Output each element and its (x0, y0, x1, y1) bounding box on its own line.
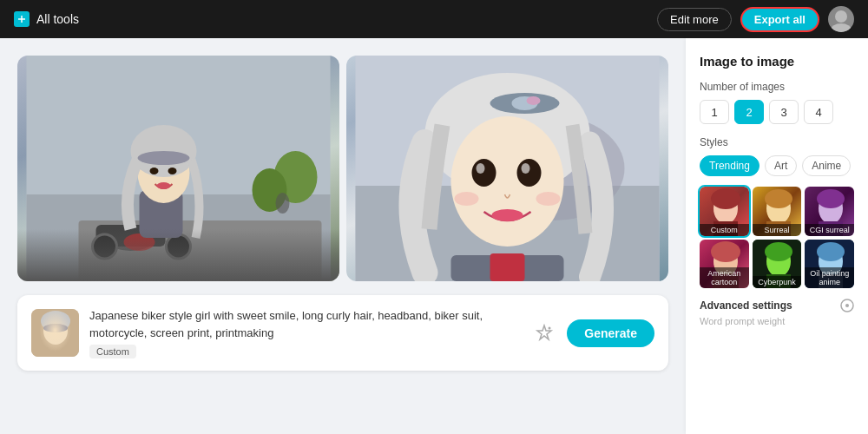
svg-point-64 (817, 242, 845, 261)
svg-point-35 (492, 209, 523, 221)
right-panel: Image to image Number of images 1 2 3 4 … (686, 38, 868, 434)
style-tab-art[interactable]: Art (765, 155, 797, 176)
num-btn-1[interactable]: 1 (700, 100, 729, 124)
styles-label: Styles (700, 136, 854, 148)
style-thumb-custom[interactable]: Custom (700, 187, 749, 236)
header-left: All tools (14, 11, 79, 27)
svg-point-32 (517, 159, 542, 187)
style-label-surreal: Surreal (753, 224, 802, 236)
style-thumb-oil[interactable]: Oil painting anime (805, 240, 854, 289)
prompt-thumbnail (31, 309, 79, 357)
style-label-cartoon: American cartoon (700, 267, 749, 288)
svg-rect-40 (31, 309, 79, 357)
svg-point-33 (477, 163, 485, 174)
svg-point-29 (527, 96, 541, 105)
images-grid (17, 56, 668, 281)
svg-point-37 (536, 192, 561, 206)
svg-point-34 (522, 163, 530, 174)
svg-point-31 (472, 159, 496, 187)
svg-point-50 (765, 189, 792, 208)
svg-point-36 (455, 192, 479, 206)
styles-tabs: Trending Art Anime (700, 155, 854, 176)
prompt-actions: Generate (530, 319, 654, 347)
svg-point-47 (711, 188, 740, 209)
svg-point-30 (451, 116, 564, 247)
svg-point-45 (549, 326, 551, 329)
svg-point-9 (105, 225, 157, 251)
style-grid: Custom Surreal (700, 187, 854, 288)
main-layout: Japanese biker style girl with sweet smi… (0, 38, 868, 434)
edit-more-button[interactable]: Edit more (657, 8, 732, 31)
logo-label: All tools (36, 12, 79, 26)
style-thumb-surreal[interactable]: Surreal (753, 187, 802, 236)
style-label-oil: Oil painting anime (805, 267, 854, 288)
header-right: Edit more Export all (657, 6, 854, 32)
avatar[interactable] (828, 6, 854, 32)
generate-button[interactable]: Generate (567, 319, 654, 347)
num-btn-4[interactable]: 4 (804, 100, 833, 124)
num-btn-3[interactable]: 3 (769, 100, 799, 124)
advanced-settings: Advanced settings Word prompt weight (700, 299, 854, 326)
svg-rect-39 (490, 253, 525, 281)
svg-point-53 (817, 189, 845, 208)
left-panel: Japanese biker style girl with sweet smi… (0, 38, 686, 434)
style-tab-trending[interactable]: Trending (700, 155, 760, 176)
svg-point-42 (41, 311, 70, 332)
svg-point-67 (845, 304, 849, 307)
style-thumb-cyberpunk[interactable]: Cyberpunk (753, 240, 802, 289)
num-btn-2[interactable]: 2 (734, 100, 764, 124)
advanced-sub: Word prompt weight (700, 316, 854, 326)
style-label-cgi: CGI surreal (805, 224, 854, 236)
magic-button[interactable] (530, 319, 558, 347)
style-label-custom: Custom (700, 224, 749, 236)
generated-image-1[interactable] (17, 56, 339, 281)
svg-point-60 (765, 242, 792, 261)
header: All tools Edit more Export all (0, 0, 868, 38)
svg-point-56 (711, 241, 740, 262)
svg-rect-6 (79, 220, 322, 281)
svg-point-12 (167, 234, 191, 259)
svg-point-3 (831, 23, 852, 32)
export-all-button[interactable]: Export all (740, 7, 819, 32)
prompt-text-area: Japanese biker style girl with sweet smi… (89, 307, 520, 358)
style-label-cyberpunk: Cyberpunk (753, 276, 802, 288)
svg-point-20 (157, 182, 171, 189)
prompt-text: Japanese biker style girl with sweet smi… (89, 307, 520, 341)
svg-point-21 (276, 193, 290, 214)
generated-image-2[interactable] (346, 56, 668, 281)
svg-point-41 (43, 317, 68, 345)
style-thumb-cartoon[interactable]: American cartoon (700, 240, 749, 289)
style-tab-anime[interactable]: Anime (802, 155, 851, 176)
svg-point-43 (43, 324, 68, 332)
logo-icon (14, 11, 30, 27)
advanced-label[interactable]: Advanced settings (700, 299, 854, 312)
svg-point-18 (150, 168, 159, 174)
svg-point-2 (835, 10, 847, 23)
prompt-area: Japanese biker style girl with sweet smi… (17, 295, 668, 371)
number-of-images-label: Number of images (700, 81, 854, 93)
number-of-images-row: 1 2 3 4 (700, 100, 854, 124)
svg-point-11 (93, 234, 117, 259)
svg-point-19 (168, 168, 177, 174)
prompt-tag: Custom (89, 345, 136, 358)
svg-point-13 (124, 233, 155, 251)
style-thumb-cgi[interactable]: CGI surreal (805, 187, 854, 236)
svg-point-17 (138, 151, 190, 165)
settings-circle-icon (840, 299, 854, 312)
panel-title: Image to image (700, 54, 854, 69)
